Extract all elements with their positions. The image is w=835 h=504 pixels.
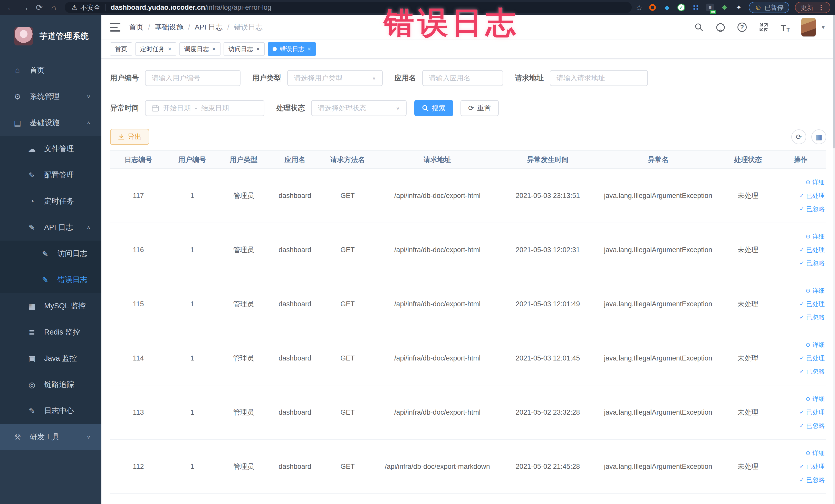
user-avatar[interactable] — [801, 18, 816, 37]
cell-user-type: 管理员 — [218, 277, 269, 331]
request-url-input[interactable] — [550, 70, 648, 86]
sidebar-item[interactable]: ⌂ 首页 — [0, 57, 101, 83]
sidebar-item[interactable]: ▣ Java 监控 — [0, 345, 101, 371]
detail-link[interactable]: ⊙ 详细 — [775, 176, 825, 189]
avatar-caret-icon[interactable]: ▾ — [822, 24, 825, 31]
sidebar-item[interactable]: ≣ Redis 监控 — [0, 319, 101, 345]
cell-status: 未处理 — [721, 440, 775, 494]
font-size-icon[interactable]: TT — [779, 22, 791, 33]
page-tab[interactable]: 定时任务 × — [135, 42, 176, 56]
refresh-table-button[interactable]: ⟳ — [791, 129, 806, 144]
tab-close-icon[interactable]: × — [256, 45, 260, 53]
sidebar-item[interactable]: ✎ 日志中心 — [0, 398, 101, 424]
address-bar[interactable]: ⚠ 不安全 dashboard.yudao.iocoder.cn /infra/… — [65, 2, 632, 13]
tab-close-icon[interactable]: × — [212, 45, 216, 53]
detail-link[interactable]: ⊙ 详细 — [775, 392, 825, 406]
detail-link[interactable]: ⊙ 详细 — [775, 284, 825, 297]
detail-link[interactable]: ⊙ 详细 — [775, 230, 825, 243]
menu-icon: ⚙ — [12, 92, 23, 101]
exception-time-range-input[interactable]: 开始日期 - 结束日期 — [145, 100, 264, 116]
profile-paused-badge[interactable]: ☺ 已暂停 — [749, 2, 789, 13]
column-settings-button[interactable]: ▥ — [811, 129, 826, 144]
table-row: 116 1 管理员 dashboard GET /api/infra/db-do… — [110, 223, 826, 277]
browser-forward-button[interactable]: → — [19, 2, 31, 13]
extension-icon-1[interactable] — [648, 3, 657, 12]
extension-icon-2[interactable]: ◆ — [663, 3, 671, 12]
sidebar-item[interactable]: ▤ 基础设施 ∧ — [0, 109, 101, 136]
eye-icon: ⊙ — [806, 230, 810, 243]
browser-reload-button[interactable]: ⟳ — [33, 2, 45, 13]
chevron-icon: ∨ — [86, 435, 90, 440]
extension-icon-4[interactable]: ∷ — [691, 3, 700, 12]
breadcrumb-infra[interactable]: 基础设施 — [155, 22, 184, 32]
page-tab[interactable]: 调度日志 × — [179, 42, 221, 56]
sidebar-item[interactable]: ▦ MySQL 监控 — [0, 293, 101, 319]
mark-processed-link[interactable]: ✓ 已处理 — [775, 297, 825, 311]
mark-ignored-link[interactable]: ✓ 已忽略 — [775, 419, 825, 432]
user-id-input[interactable] — [145, 70, 241, 86]
detail-link[interactable]: ⊙ 详细 — [775, 338, 825, 351]
sidebar-item[interactable]: ⚙ 系统管理 ∨ — [0, 83, 101, 109]
search-button[interactable]: 搜索 — [414, 100, 453, 116]
scrollbar-thumb[interactable] — [833, 15, 835, 148]
extension-icon-7[interactable]: ✦ — [734, 3, 743, 12]
search-icon[interactable] — [693, 22, 705, 33]
cell-user-type: 管理员 — [218, 440, 269, 494]
sidebar-item[interactable]: ✎ 配置管理 — [0, 162, 101, 188]
menu-icon: ✎ — [27, 171, 37, 180]
sidebar-item[interactable]: ✎ 错误日志 — [0, 267, 101, 293]
page-tab[interactable]: 错误日志 × — [268, 42, 316, 56]
sidebar-item[interactable]: ◎ 链路追踪 — [0, 371, 101, 398]
export-button[interactable]: 导出 — [110, 129, 149, 145]
browser-update-badge[interactable]: 更新 ⋮ — [795, 2, 830, 13]
breadcrumb-api-log[interactable]: API 日志 — [195, 22, 223, 32]
mark-ignored-link[interactable]: ✓ 已忽略 — [775, 311, 825, 324]
sidebar-item[interactable]: ◔ 定时任务 — [0, 188, 101, 215]
tab-close-icon[interactable]: × — [307, 45, 311, 53]
mark-ignored-link[interactable]: ✓ 已忽略 — [775, 257, 825, 270]
tab-label: 访问日志 — [228, 45, 253, 53]
mark-ignored-link[interactable]: ✓ 已忽略 — [775, 365, 825, 378]
extension-icon-3[interactable]: ✓ — [677, 3, 686, 12]
bookmark-star-icon[interactable]: ☆ — [636, 3, 643, 12]
sidebar-item[interactable]: ✎ API 日志 ∧ — [0, 215, 101, 241]
sidebar-logo[interactable]: 芋道管理系统 — [0, 15, 101, 57]
eye-icon: ⊙ — [806, 176, 810, 189]
cell-status: 未处理 — [721, 169, 775, 223]
page-tab[interactable]: 访问日志 × — [224, 42, 265, 56]
page-scrollbar[interactable] — [833, 15, 835, 504]
mark-processed-link[interactable]: ✓ 已处理 — [775, 406, 825, 419]
reset-button[interactable]: ⟳ 重置 — [461, 100, 499, 116]
security-label[interactable]: 不安全 — [80, 3, 100, 12]
mark-processed-link[interactable]: ✓ 已处理 — [775, 189, 825, 202]
mark-ignored-link[interactable]: ✓ 已忽略 — [775, 473, 825, 486]
mark-processed-link[interactable]: ✓ 已处理 — [775, 351, 825, 365]
user-type-select[interactable]: 请选择用户类型 ∨ — [287, 70, 383, 86]
github-icon[interactable] — [715, 22, 726, 33]
mark-processed-link[interactable]: ✓ 已处理 — [775, 460, 825, 473]
docs-help-icon[interactable]: ? — [736, 22, 748, 33]
detail-link[interactable]: ⊙ 详细 — [775, 446, 825, 460]
mark-processed-link[interactable]: ✓ 已处理 — [775, 243, 825, 257]
process-status-placeholder: 请选择处理状态 — [318, 103, 366, 113]
breadcrumb-home[interactable]: 首页 — [129, 22, 143, 32]
sidebar-item[interactable]: ☁ 文件管理 — [0, 136, 101, 162]
app-name-input[interactable] — [422, 70, 503, 86]
process-status-select[interactable]: 请选择处理状态 ∨ — [311, 100, 407, 116]
extension-icon-6[interactable]: ❋ — [720, 3, 729, 12]
hamburger-icon[interactable] — [110, 23, 120, 32]
fullscreen-icon[interactable] — [758, 22, 769, 33]
browser-menu-icon[interactable]: ⋮ — [817, 3, 825, 12]
sidebar-item[interactable]: ⚒ 研发工具 ∨ — [0, 424, 101, 450]
tab-close-icon[interactable]: × — [168, 45, 171, 53]
sidebar-item[interactable]: ✎ 访问日志 — [0, 241, 101, 267]
page-tab[interactable]: 首页 × — [110, 42, 132, 56]
browser-home-button[interactable]: ⌂ — [48, 2, 60, 13]
browser-back-button[interactable]: ← — [5, 2, 16, 13]
extension-icon-5[interactable]: ≡ on — [706, 3, 714, 12]
main-area: 首页 / 基础设施 / API 日志 / 错误日志 ? — [101, 15, 835, 504]
chevron-down-icon: ∨ — [372, 76, 376, 81]
tab-label: 错误日志 — [280, 45, 304, 53]
column-header: 请求地址 — [374, 151, 500, 169]
mark-ignored-link[interactable]: ✓ 已忽略 — [775, 202, 825, 216]
